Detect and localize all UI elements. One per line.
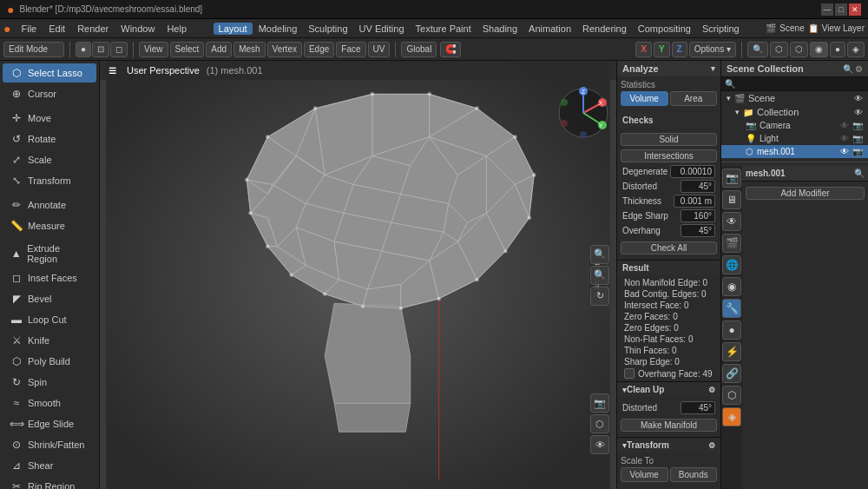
cleanup-distorted-input[interactable] bbox=[681, 401, 715, 414]
prop-tab-world[interactable]: 🌐 bbox=[722, 255, 741, 274]
checks-section-header[interactable]: Checks bbox=[617, 113, 720, 128]
prop-tab-modifiers[interactable]: 🔧 bbox=[722, 299, 741, 318]
workspace-tab-modeling[interactable]: Modeling bbox=[253, 23, 303, 35]
select-btn[interactable]: Select bbox=[170, 42, 205, 57]
nav-zoom-in[interactable]: 🔍 bbox=[590, 245, 609, 264]
xyz-x[interactable]: X bbox=[635, 42, 652, 57]
thickness-input[interactable] bbox=[674, 195, 715, 208]
edge-sharp-input[interactable] bbox=[681, 209, 715, 222]
check-all-btn[interactable]: Check All bbox=[621, 241, 717, 254]
transform-bounds-tab[interactable]: Bounds bbox=[670, 467, 718, 482]
prop-tab-constraints[interactable]: 🔗 bbox=[722, 364, 741, 383]
add-btn[interactable]: Add bbox=[206, 42, 232, 57]
tool-rotate[interactable]: ↺ Rotate bbox=[3, 129, 96, 149]
close-button[interactable]: ✕ bbox=[849, 3, 861, 16]
tool-loopcut[interactable]: ▬ Loop Cut bbox=[3, 310, 96, 329]
tool-smooth[interactable]: ≈ Smooth bbox=[3, 393, 96, 413]
properties-search-btn[interactable]: 🔍 bbox=[854, 169, 865, 178]
tool-bevel[interactable]: ◤ Bevel bbox=[3, 289, 96, 308]
scene-eye-icon[interactable]: 👁 bbox=[854, 94, 863, 103]
prop-tab-view[interactable]: 👁 bbox=[722, 212, 741, 231]
maximize-button[interactable]: □ bbox=[835, 3, 847, 16]
view-btn[interactable]: View bbox=[139, 42, 168, 57]
vertex-btn[interactable]: Vertex bbox=[267, 42, 302, 57]
intersections-btn[interactable]: Intersections bbox=[621, 149, 717, 162]
face-btn[interactable]: Face bbox=[336, 42, 365, 57]
menu-window[interactable]: Window bbox=[115, 23, 160, 35]
snap-toggle[interactable]: 🧲 bbox=[440, 42, 461, 57]
workspace-tab-uvediting[interactable]: UV Editing bbox=[354, 23, 410, 35]
workspace-tab-rendering[interactable]: Rendering bbox=[577, 23, 632, 35]
tool-move[interactable]: ✛ Move bbox=[3, 109, 96, 128]
display-mode-btn[interactable]: ⬡ bbox=[590, 414, 609, 433]
scene-mesh-render[interactable]: 📷 bbox=[852, 147, 863, 156]
prop-tab-physics[interactable]: ⚡ bbox=[722, 342, 741, 361]
edge-select[interactable]: ⊡ bbox=[92, 42, 109, 57]
uv-btn[interactable]: UV bbox=[368, 42, 391, 57]
xyz-y[interactable]: Y bbox=[654, 42, 670, 57]
tool-polybuild[interactable]: ⬡ Poly Build bbox=[3, 352, 96, 371]
tool-select-lasso[interactable]: ⬡ Select Lasso bbox=[3, 63, 96, 83]
nav-zoom-out[interactable]: 🔍 bbox=[590, 266, 609, 285]
menu-file[interactable]: File bbox=[16, 23, 42, 35]
workspace-tab-layout[interactable]: Layout bbox=[214, 23, 253, 35]
scene-filter-btn[interactable]: 🔍 bbox=[843, 64, 853, 74]
scene-collection-eye[interactable]: 👁 bbox=[854, 108, 863, 117]
scene-camera-eye[interactable]: 👁 bbox=[840, 121, 849, 130]
make-manifold-btn[interactable]: Make Manifold bbox=[621, 419, 717, 432]
scene-search-input[interactable] bbox=[735, 79, 865, 89]
shading-material[interactable]: ● bbox=[830, 42, 845, 57]
scene-mesh-eye[interactable]: 👁 bbox=[840, 147, 849, 156]
mode-select[interactable]: Edit Mode bbox=[3, 42, 64, 57]
statistics-volume-tab[interactable]: Volume bbox=[621, 91, 668, 106]
prop-tab-material[interactable]: ◈ bbox=[722, 407, 741, 426]
degenerate-input[interactable] bbox=[670, 165, 715, 178]
tool-spin[interactable]: ↻ Spin bbox=[3, 373, 96, 392]
tool-annotate[interactable]: ✏ Annotate bbox=[3, 195, 96, 215]
workspace-tab-scripting[interactable]: Scripting bbox=[697, 23, 745, 35]
nav-orbit[interactable]: ↻ bbox=[590, 287, 609, 306]
shading-wire[interactable]: ⬡ bbox=[790, 42, 808, 57]
scene-item-camera[interactable]: 📷 Camera 👁 📷 bbox=[721, 119, 868, 132]
solid-btn[interactable]: Solid bbox=[621, 133, 717, 146]
result-section-header[interactable]: Result bbox=[617, 261, 720, 275]
scene-item-collection[interactable]: ▾ 📁 Collection 👁 bbox=[721, 105, 868, 119]
tool-cursor[interactable]: ⊕ Cursor bbox=[3, 84, 96, 103]
scene-item-mesh[interactable]: ⬡ mesh.001 👁 📷 bbox=[721, 145, 868, 158]
edge-btn[interactable]: Edge bbox=[304, 42, 334, 57]
workspace-tab-texturepaint[interactable]: Texture Paint bbox=[411, 23, 477, 35]
cleanup-section-header[interactable]: ▾ Clean Up ⚙ bbox=[617, 382, 720, 397]
tool-shear[interactable]: ⊿ Shear bbox=[3, 456, 96, 475]
workspace-tab-compositing[interactable]: Compositing bbox=[633, 23, 696, 35]
xyz-z[interactable]: Z bbox=[672, 42, 687, 57]
tool-shrinkfatten[interactable]: ⊙ Shrink/Fatten bbox=[3, 435, 96, 454]
tool-transform[interactable]: ⤡ Transform bbox=[3, 171, 96, 190]
tool-measure[interactable]: 📏 Measure bbox=[3, 216, 96, 235]
prop-tab-output[interactable]: 🖥 bbox=[722, 190, 741, 209]
tool-inset[interactable]: ◻ Inset Faces bbox=[3, 268, 96, 287]
scene-light-eye[interactable]: 👁 bbox=[840, 134, 849, 143]
add-modifier-btn[interactable]: Add Modifier bbox=[746, 187, 865, 200]
tool-knife[interactable]: ⚔ Knife bbox=[3, 331, 96, 350]
overhang-input[interactable] bbox=[681, 224, 715, 237]
menu-edit[interactable]: Edit bbox=[43, 23, 70, 35]
scene-item-scene[interactable]: ▾ 🎬 Scene 👁 bbox=[721, 91, 868, 105]
tool-ripregion[interactable]: ✂ Rip Region bbox=[3, 477, 96, 489]
options-btn[interactable]: Options ▾ bbox=[689, 42, 736, 57]
shading-solid[interactable]: ◉ bbox=[810, 42, 828, 57]
menu-help[interactable]: Help bbox=[161, 23, 192, 35]
prop-tab-object[interactable]: ◉ bbox=[722, 277, 741, 296]
perspective-menu[interactable]: ☰ bbox=[105, 65, 120, 76]
workspace-tab-sculpting[interactable]: Sculpting bbox=[303, 23, 352, 35]
transform-volume-tab[interactable]: Volume bbox=[621, 467, 668, 482]
statistics-area-tab[interactable]: Area bbox=[670, 91, 718, 106]
workspace-tab-animation[interactable]: Animation bbox=[523, 23, 576, 35]
prop-tab-render[interactable]: 📷 bbox=[722, 169, 741, 188]
prop-tab-particles[interactable]: ● bbox=[722, 320, 741, 340]
collection-toggle[interactable]: 👁 bbox=[590, 435, 609, 454]
scene-item-light[interactable]: 💡 Light 👁 📷 bbox=[721, 132, 868, 145]
overlay-btn[interactable]: ⬡ bbox=[770, 42, 788, 57]
transform-orientation[interactable]: Global bbox=[401, 42, 437, 57]
search-btn[interactable]: 🔍 bbox=[747, 42, 768, 57]
minimize-button[interactable]: — bbox=[821, 3, 833, 16]
